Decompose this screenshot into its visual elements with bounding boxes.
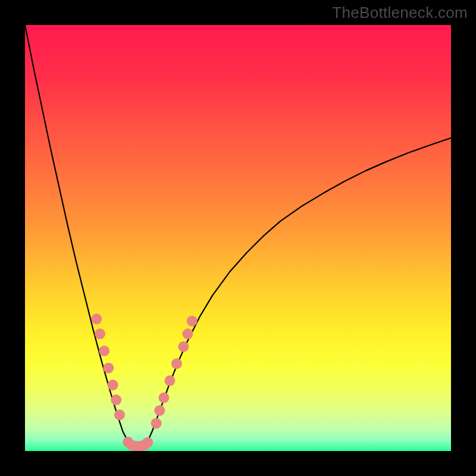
data-marker: [114, 409, 125, 420]
data-marker: [91, 314, 102, 324]
plot-svg: [25, 25, 451, 451]
data-marker: [187, 316, 198, 327]
data-marker: [103, 362, 114, 373]
data-marker: [111, 394, 121, 405]
data-marker: [164, 375, 175, 386]
data-marker: [183, 328, 193, 339]
data-marker: [154, 405, 165, 416]
chart-stage: TheBottleneck.com: [0, 0, 476, 476]
data-marker: [158, 393, 169, 403]
data-marker: [99, 346, 109, 356]
gradient-background: [25, 25, 451, 451]
data-marker: [178, 342, 189, 352]
data-marker: [171, 358, 182, 369]
data-marker: [142, 437, 153, 448]
plot-area: [25, 25, 451, 451]
data-marker: [95, 328, 105, 339]
data-marker: [151, 418, 162, 428]
data-marker: [108, 380, 118, 390]
watermark-text: TheBottleneck.com: [332, 4, 468, 22]
